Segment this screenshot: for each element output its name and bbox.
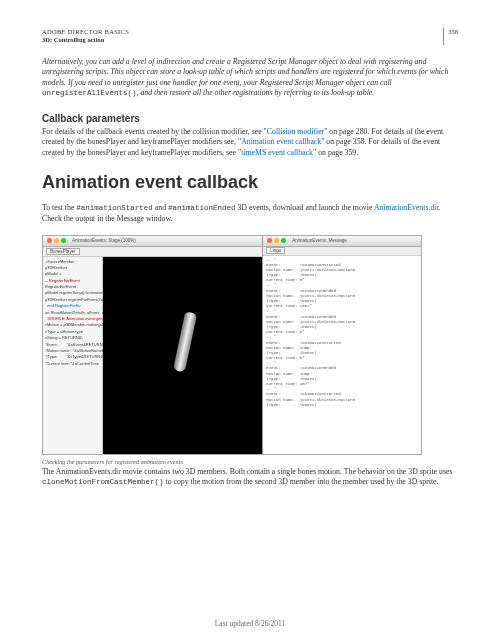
stage-body: +SourceMember p3DMember pModel = -- Regi… [43, 257, 262, 454]
sb-r16: "Current time: "&aCurrentTime [45, 361, 100, 367]
sb-r5: pModel.registerScript(#animationStarted,… [45, 290, 100, 296]
m-e6a: Event: #animationStarted [266, 392, 340, 396]
m-e5d: Current time: 467" [266, 382, 309, 386]
screenshot-figure: AnimationEvents: Stage (100%) BonesPlaye… [42, 235, 458, 465]
director-screenshot: AnimationEvents: Stage (100%) BonesPlaye… [42, 235, 422, 455]
stage-canvas [103, 257, 262, 454]
intro-text-b: , and then restore all the other registr… [137, 88, 375, 97]
msg-titlebar: AnimationEvents: Message [263, 236, 421, 247]
intro-text-a: Alternatively, you can add a level of in… [42, 57, 448, 87]
m-e3d: Current time: 0" [266, 330, 304, 334]
close-icon[interactable] [47, 238, 52, 243]
code-animationended: #animationEnded [168, 204, 236, 212]
footer-updated: Last updated 8/26/2011 [0, 619, 500, 628]
m-l1: -- " [266, 258, 276, 262]
m-l3: -- " [266, 309, 276, 313]
minimize-icon[interactable] [54, 238, 59, 243]
s2-t2: and [153, 203, 168, 212]
minimize-icon[interactable] [274, 238, 279, 243]
msg-toolbar: Lingo [263, 247, 421, 256]
closing-paragraph: The AnimationEvents.dir movie contains t… [42, 467, 458, 488]
m-e3b: Motion name: joint1-skeleton-Motion0 [266, 320, 355, 324]
m-e4c: |Type: #bones| [266, 351, 316, 355]
m-e4d: Current time: 0" [266, 356, 304, 360]
m-e2a: Event: #animationEnded [266, 289, 336, 293]
m-e1a: Event: #animationStarted [266, 263, 340, 267]
cp-t4: " on page 359. [313, 148, 358, 157]
m-e4a: Event: #animationStarted [266, 341, 340, 345]
m-l5: -- " [266, 361, 276, 365]
m-e6b: Motion name: joint1-skeleton-Motion0 [266, 398, 355, 402]
intro-code: unregisterAllEvents() [42, 89, 137, 97]
code-clonemotion: cloneMotionFromCastMember() [42, 478, 164, 486]
page-number: 358 [443, 28, 458, 45]
link-timems-event-callback[interactable]: timeMS event callback [241, 148, 313, 157]
s2-t1: To test the [42, 203, 76, 212]
m-e1b: Motion name: joint1-skeleton-motion0 [266, 268, 355, 272]
lingo-dropdown[interactable]: Lingo [266, 247, 285, 254]
sb-r10: vMotion = p3DMember.motion(aMotionName) [45, 322, 100, 328]
s3-t2: to copy the motion from the second 3D me… [164, 477, 439, 486]
stage-titlebar: AnimationEvents: Stage (100%) [43, 236, 262, 247]
m-e2c: |Type: #bones| [266, 299, 316, 303]
stage-toolbar: BonesPlayer [43, 247, 262, 257]
figure-caption: Checking the parameters for registered a… [42, 458, 458, 465]
m-e5a: Event: #animationEnded [266, 366, 336, 370]
message-output: -- " Event: #animationStarted Motion nam… [263, 256, 421, 454]
stage-window: AnimationEvents: Stage (100%) BonesPlaye… [43, 236, 262, 454]
link-animation-event-callback[interactable]: Animation event callback [241, 137, 321, 146]
m-e5c: |Type: #bones| [266, 377, 316, 381]
m-e2b: Motion name: joint1-skeleton-Motion0 [266, 294, 355, 298]
link-animationevents-dir[interactable]: AnimationEvents.dir [374, 203, 439, 212]
intro-paragraph: Alternatively, you can add a level of in… [42, 57, 458, 99]
stage-title-text: AnimationEvents: Stage (100%) [72, 238, 136, 243]
m-e1c: |Type: #bones| [266, 273, 316, 277]
m-e3c: |Type: #bones| [266, 325, 316, 329]
header-left: ADOBE DIRECTOR BASICS 3D: Controlling ac… [42, 28, 129, 45]
code-animationstarted: #animationStarted [76, 204, 153, 212]
test-paragraph: To test the #animationStarted and #anima… [42, 203, 458, 224]
m-e2d: Current time: 1367" [266, 304, 312, 308]
close-icon[interactable] [267, 238, 272, 243]
bone-model [173, 311, 197, 372]
bones-dropdown[interactable]: BonesPlayer [46, 248, 80, 255]
callback-params-body: For details of the callback events creat… [42, 127, 458, 159]
m-l2: -- " [266, 283, 276, 287]
m-e3a: Event: #animationEnded [266, 315, 336, 319]
callback-params-heading: Callback parameters [42, 113, 458, 124]
animation-event-callback-heading: Animation event callback [42, 172, 458, 193]
sb-r15: "|Type: "&vType&RETURN&\ [45, 354, 100, 360]
s3-t1: The AnimationEvents.dir movie contains t… [42, 467, 452, 476]
message-window: AnimationEvents: Message Lingo -- " Even… [262, 236, 421, 454]
doc-title: ADOBE DIRECTOR BASICS [42, 28, 129, 36]
link-collision-modifier[interactable]: Collision modifier [267, 127, 324, 136]
cp-t1: For details of the callback events creat… [42, 127, 267, 136]
s2-t3: 3D events, download and launch the movie [236, 203, 374, 212]
doc-subtitle: 3D: Controlling action [42, 36, 129, 44]
zoom-icon[interactable] [61, 238, 66, 243]
msg-title-text: AnimationEvents: Message [292, 238, 347, 243]
m-e4b: Motion name: Jump [266, 346, 309, 350]
m-e1d: Current time: 0" [266, 278, 304, 282]
page-header: ADOBE DIRECTOR BASICS 3D: Controlling ac… [42, 28, 458, 45]
m-l6: -- " [266, 387, 276, 391]
zoom-icon[interactable] [281, 238, 286, 243]
m-e5b: Motion name: Jump [266, 372, 309, 376]
m-e6c: |Type: #bones| [266, 403, 316, 407]
m-l4: -- " [266, 335, 276, 339]
script-sidebar: +SourceMember p3DMember pModel = -- Regi… [43, 257, 103, 454]
